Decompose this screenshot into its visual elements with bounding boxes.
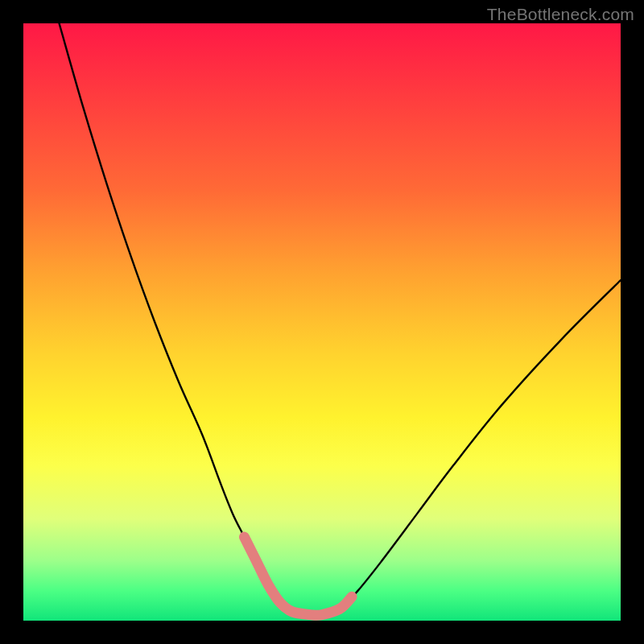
- bottleneck-curve: [60, 23, 621, 615]
- highlight-overlay: [245, 537, 353, 615]
- watermark-text: TheBottleneck.com: [487, 5, 634, 24]
- plot-area: [23, 23, 621, 621]
- curve-svg: [23, 23, 621, 621]
- chart-frame: TheBottleneck.com: [0, 0, 644, 644]
